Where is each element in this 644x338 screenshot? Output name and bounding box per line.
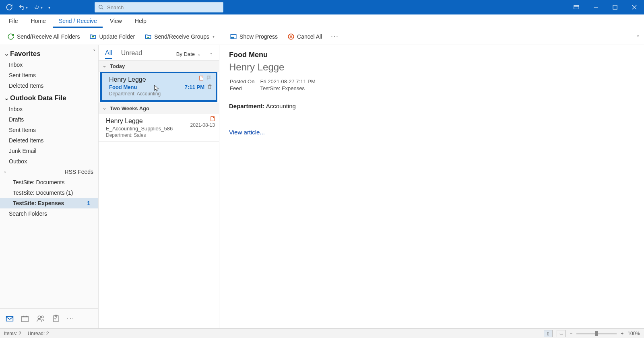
minimize-button[interactable] [586, 0, 605, 14]
message-item[interactable]: Henry LeggeE_Accounting_Supplies_586Depa… [99, 114, 219, 142]
folder-item[interactable]: TestSite: Documents [0, 177, 98, 188]
message-date: 2021-08-13 [190, 122, 215, 128]
folder-label: Inbox [9, 106, 23, 112]
folder-label: RSS Feeds [64, 169, 93, 175]
progress-icon [230, 33, 237, 40]
svg-rect-4 [231, 37, 234, 38]
ribbon-display-icon[interactable] [567, 0, 586, 14]
message-group-header[interactable]: ⌄Two Weeks Ago [99, 103, 219, 114]
calendar-view-icon[interactable] [21, 315, 29, 322]
selected-message-highlight: Henry LeggeFood MenuDepartment: Accounti… [100, 71, 217, 102]
chevron-down-icon: ▾ [213, 34, 215, 39]
filter-unread-tab[interactable]: Unread [121, 49, 142, 58]
tab-file[interactable]: File [3, 14, 24, 28]
delete-icon[interactable] [207, 84, 213, 90]
view-reading-icon[interactable]: ▭ [557, 330, 566, 337]
search-icon [98, 4, 104, 10]
undo-icon[interactable]: ▾ [19, 4, 28, 10]
folder-item[interactable]: Sent Items [0, 125, 98, 135]
folder-item[interactable]: Drafts [0, 114, 98, 125]
chevron-down-icon: ⌄ [4, 96, 9, 101]
folder-count: 1 [87, 200, 93, 206]
nav-section-header[interactable]: ⌄Favorites [0, 47, 98, 60]
svg-point-0 [99, 5, 102, 8]
folder-label: TestSite: Documents (1) [13, 190, 73, 196]
posted-on-label: Posted On [230, 78, 259, 84]
svg-point-9 [41, 316, 43, 318]
folder-item[interactable]: Outbox [0, 156, 98, 167]
folder-label: Outbox [9, 158, 27, 165]
mail-view-icon[interactable] [6, 315, 14, 322]
folder-item[interactable]: Sent Items [0, 70, 98, 80]
qat-customize-icon[interactable]: ▾ [48, 5, 50, 10]
folder-item[interactable]: Junk Email [0, 146, 98, 156]
send-receive-groups-label: Send/Receive Groups [154, 33, 209, 40]
ribbon: Send/Receive All Folders Update Folder S… [0, 28, 644, 45]
nav-section-header[interactable]: ⌄Outlook Data File [0, 91, 98, 104]
status-items: Items: 2 [4, 331, 21, 336]
message-group-header[interactable]: ⌄Today [99, 60, 219, 72]
folder-label: Junk Email [9, 148, 36, 154]
tab-view[interactable]: View [104, 14, 128, 28]
close-button[interactable] [625, 0, 644, 14]
chevron-down-icon: ⌄ [197, 52, 201, 57]
tab-help[interactable]: Help [129, 14, 152, 28]
folder-label: Drafts [9, 116, 24, 123]
nav-more-icon[interactable]: ··· [67, 315, 74, 322]
sync-all-icon [7, 33, 14, 40]
folder-item[interactable]: ⌄RSS Feeds [0, 167, 98, 177]
menu-tabs: File Home Send / Receive View Help [0, 14, 644, 28]
message-from: Henry Legge [109, 76, 212, 83]
collapse-ribbon-icon[interactable]: ⌄ [636, 32, 640, 38]
send-receive-groups-button[interactable]: Send/Receive Groups ▾ [140, 31, 219, 42]
tasks-view-icon[interactable] [52, 315, 60, 323]
tab-home[interactable]: Home [25, 14, 52, 28]
view-article-link[interactable]: View article... [229, 129, 265, 136]
folder-label: TestSite: Expenses [13, 200, 64, 206]
people-view-icon[interactable] [36, 315, 45, 322]
zoom-out-icon[interactable]: − [570, 331, 572, 336]
folder-label: Inbox [9, 62, 23, 68]
folder-item[interactable]: Deleted Items [0, 80, 98, 91]
filter-all-tab[interactable]: All [105, 49, 112, 59]
show-progress-button[interactable]: Show Progress [226, 31, 282, 42]
show-progress-label: Show Progress [239, 33, 278, 40]
svg-rect-2 [613, 5, 617, 9]
folder-label: Deleted Items [9, 137, 43, 144]
status-bar: Items: 2 Unread: 2 ▯ ▭ − + 100% [0, 328, 644, 338]
view-normal-icon[interactable]: ▯ [544, 330, 553, 337]
zoom-slider[interactable] [576, 333, 617, 334]
folder-label: Search Folders [9, 210, 47, 217]
view-article-link-wrap: View article... [229, 129, 634, 136]
cancel-all-button[interactable]: Cancel All [283, 31, 326, 42]
folder-item[interactable]: TestSite: Documents (1) [0, 188, 98, 198]
search-input[interactable] [107, 4, 220, 10]
tab-send-receive[interactable]: Send / Receive [53, 14, 103, 28]
sort-selector[interactable]: By Date ⌄ [176, 51, 201, 57]
folder-item[interactable]: Inbox [0, 104, 98, 114]
more-commands-icon[interactable]: ··· [328, 33, 342, 40]
sync-icon[interactable] [6, 4, 13, 11]
touch-mode-icon[interactable]: ▾ [33, 4, 43, 10]
flag-icon[interactable] [206, 75, 212, 81]
send-receive-all-button[interactable]: Send/Receive All Folders [3, 31, 84, 42]
folder-item[interactable]: Deleted Items [0, 135, 98, 146]
attachment-icon [210, 116, 216, 122]
feed-label: Feed [230, 85, 259, 91]
search-box[interactable] [95, 2, 223, 12]
folder-item[interactable]: Search Folders [0, 208, 98, 219]
folder-item[interactable]: TestSite: Expenses1 [0, 198, 98, 208]
folder-label: Sent Items [9, 72, 36, 78]
maximize-button[interactable] [605, 0, 625, 14]
update-folder-button[interactable]: Update Folder [85, 31, 139, 42]
collapse-nav-icon[interactable]: ‹ [93, 47, 95, 52]
zoom-in-icon[interactable]: + [621, 331, 623, 336]
main-area: ‹ ⌄FavoritesInboxSent ItemsDeleted Items… [0, 45, 644, 328]
message-list-pane: All Unread By Date ⌄ ↑ ⌄TodayHenry Legge… [99, 45, 219, 328]
chevron-down-icon: ⌄ [3, 169, 7, 175]
message-item[interactable]: Henry LeggeFood MenuDepartment: Accounti… [102, 73, 216, 100]
update-folder-icon [89, 33, 97, 40]
sort-ascending-icon[interactable]: ↑ [210, 51, 213, 57]
folder-item[interactable]: Inbox [0, 60, 98, 70]
svg-rect-11 [200, 76, 203, 80]
